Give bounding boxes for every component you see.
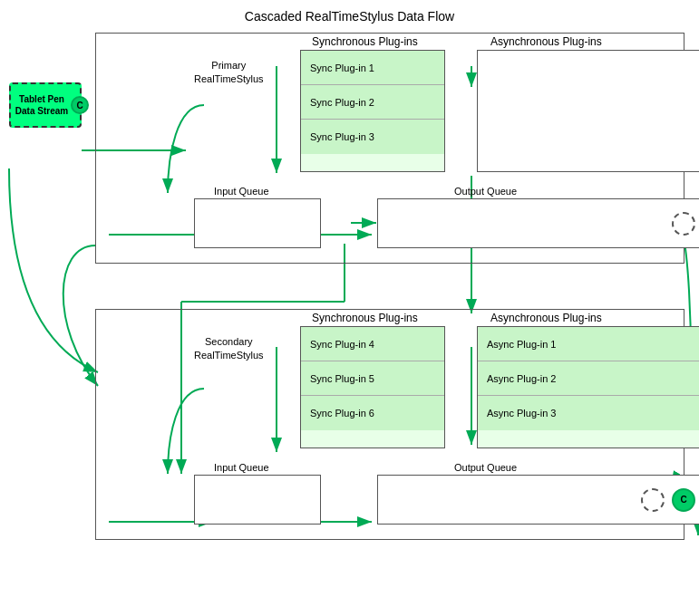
output-circle-empty-bot xyxy=(641,488,665,512)
secondary-rts-label: SecondaryRealTimeStylus xyxy=(194,335,264,363)
primary-rts-label: PrimaryRealTimeStylus xyxy=(194,59,264,87)
output-circle-empty-top xyxy=(672,212,695,236)
sync-plugins-box-top: Sync Plug-in 1 Sync Plug-in 2 Sync Plug-… xyxy=(300,50,445,172)
tablet-pen-circle: C xyxy=(71,96,89,114)
sync-plugin-2: Sync Plug-in 2 xyxy=(301,85,444,120)
input-queue-box-top xyxy=(194,198,321,248)
sync-plugin-5: Sync Plug-in 5 xyxy=(301,361,444,396)
async-plugins-box-top: SecondaryRealTimeStylus xyxy=(477,50,699,172)
sync-plugins-label-bot: Synchronous Plug-ins xyxy=(312,312,418,324)
input-queue-label-bot: Input Queue xyxy=(214,462,269,473)
sync-plugin-4: Sync Plug-in 4 xyxy=(301,327,444,361)
async-plugins-label-bot: Asynchronous Plug-ins xyxy=(490,312,602,324)
page-title: Cascaded RealTimeStylus Data Flow xyxy=(0,0,699,28)
output-circle-c-bot: C xyxy=(672,488,695,512)
output-queue-label-bot: Output Queue xyxy=(454,462,517,473)
sync-plugin-3: Sync Plug-in 3 xyxy=(301,120,444,154)
async-plugins-label-top: Asynchronous Plug-ins xyxy=(490,35,602,48)
input-queue-label-top: Input Queue xyxy=(214,186,269,197)
diagram-container: Tablet Pen Data Stream C PrimaryRealTime… xyxy=(0,28,699,616)
bottom-section: SecondaryRealTimeStylus Synchronous Plug… xyxy=(5,309,689,572)
sync-plugins-label-top: Synchronous Plug-ins xyxy=(312,35,418,48)
primary-rts-outer: PrimaryRealTimeStylus Synchronous Plug-i… xyxy=(95,33,684,264)
sync-plugins-box-bot: Sync Plug-in 4 Sync Plug-in 5 Sync Plug-… xyxy=(300,326,445,448)
async-plugins-box-bot: Async Plug-in 1 Async Plug-in 2 Async Pl… xyxy=(477,326,699,448)
tablet-pen-label: Tablet Pen Data Stream xyxy=(11,91,80,119)
tablet-pen-box: Tablet Pen Data Stream C xyxy=(9,82,82,128)
sync-plugin-6: Sync Plug-in 6 xyxy=(301,396,444,430)
async-plugin-2: Async Plug-in 2 xyxy=(478,361,699,396)
secondary-rts-outer: SecondaryRealTimeStylus Synchronous Plug… xyxy=(95,309,684,540)
input-queue-box-bot xyxy=(194,475,321,525)
top-section: Tablet Pen Data Stream C PrimaryRealTime… xyxy=(5,33,689,295)
async-plugin-3: Async Plug-in 3 xyxy=(478,396,699,430)
output-queue-box-top: C B xyxy=(377,198,699,248)
sync-plugin-1: Sync Plug-in 1 xyxy=(301,51,444,85)
output-queue-label-top: Output Queue xyxy=(454,186,517,197)
async-plugin-1: Async Plug-in 1 xyxy=(478,327,699,361)
output-queue-box-bot: C B A xyxy=(377,475,699,525)
